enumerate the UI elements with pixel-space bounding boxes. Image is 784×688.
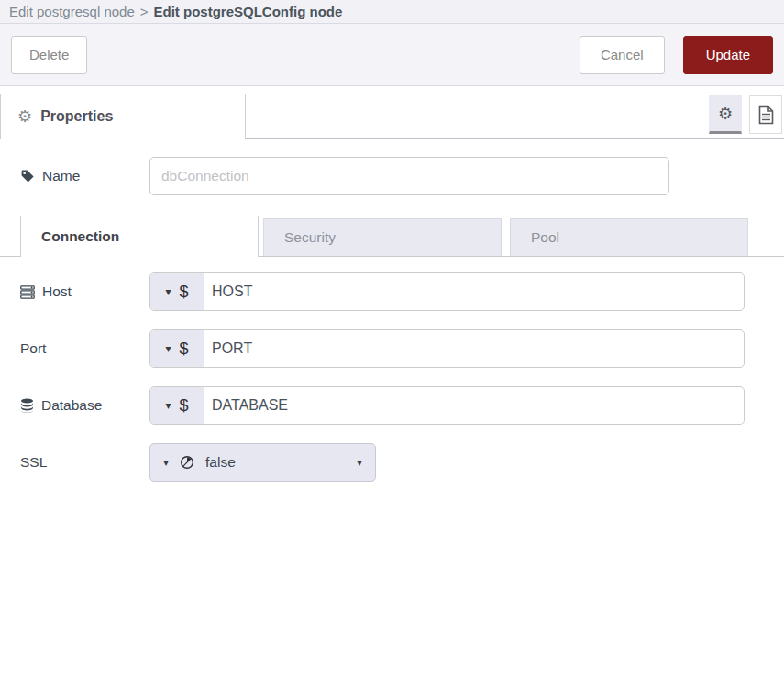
database-type-selector[interactable]: ▾ $ <box>150 387 204 424</box>
database-label: Database <box>20 397 149 414</box>
editor-icon-buttons: ⚙ <box>709 95 782 134</box>
database-row: Database ▾ $ DATABASE <box>20 386 764 425</box>
ssl-bool-select[interactable]: ▾ false ▾ <box>149 443 376 482</box>
host-row: Host ▾ $ HOST <box>20 272 764 311</box>
tab-security[interactable]: Security <box>263 218 502 256</box>
host-typed-input: ▾ $ HOST <box>149 272 745 311</box>
tab-pool[interactable]: Pool <box>510 218 748 256</box>
port-row: Port ▾ $ PORT <box>20 329 764 368</box>
port-label-text: Port <box>20 340 46 357</box>
update-button[interactable]: Update <box>683 36 773 74</box>
ssl-value: false <box>205 454 236 471</box>
properties-form: Name Connection Security Pool <box>0 139 784 482</box>
node-description-button[interactable] <box>749 95 782 134</box>
chevron-down-icon: ▾ <box>165 343 171 354</box>
ssl-label-text: SSL <box>20 454 47 471</box>
env-var-icon: $ <box>180 283 189 302</box>
properties-tab-label: Properties <box>40 108 113 125</box>
boolean-type-icon <box>180 455 194 470</box>
host-type-selector[interactable]: ▾ $ <box>150 273 204 310</box>
name-label: Name <box>20 168 149 184</box>
database-typed-input: ▾ $ DATABASE <box>149 386 745 425</box>
gear-icon: ⚙ <box>718 105 733 122</box>
node-settings-button[interactable]: ⚙ <box>709 95 742 134</box>
config-tabs: Connection Security Pool <box>0 216 784 257</box>
port-input[interactable]: PORT <box>204 330 744 367</box>
host-input[interactable]: HOST <box>204 273 744 310</box>
database-icon <box>20 398 34 413</box>
cancel-button[interactable]: Cancel <box>580 36 665 74</box>
node-edit-dialog: Edit postgresql node > Edit postgreSQLCo… <box>0 0 784 688</box>
breadcrumb-parent-link[interactable]: Edit postgresql node <box>9 4 135 19</box>
host-label: Host <box>20 283 149 300</box>
database-label-text: Database <box>41 397 102 414</box>
env-var-icon: $ <box>180 339 189 359</box>
chevron-down-icon: ▾ <box>163 457 169 468</box>
breadcrumb-current: Edit postgreSQLConfig node <box>154 4 343 19</box>
database-input[interactable]: DATABASE <box>204 387 744 424</box>
chevron-down-icon: ▾ <box>357 457 362 468</box>
name-label-text: Name <box>42 168 80 184</box>
gear-icon: ⚙ <box>17 108 32 125</box>
port-label: Port <box>20 340 149 357</box>
tab-properties[interactable]: ⚙ Properties <box>0 94 246 139</box>
tab-connection[interactable]: Connection <box>20 216 259 257</box>
breadcrumb: Edit postgresql node > Edit postgreSQLCo… <box>0 0 784 24</box>
env-var-icon: $ <box>180 396 189 416</box>
server-icon <box>20 285 35 299</box>
ssl-label: SSL <box>20 454 149 471</box>
host-label-text: Host <box>42 283 72 300</box>
document-icon <box>758 105 774 125</box>
port-typed-input: ▾ $ PORT <box>149 329 745 368</box>
port-type-selector[interactable]: ▾ $ <box>150 330 204 367</box>
dialog-toolbar: Delete Cancel Update <box>0 24 784 86</box>
tag-icon <box>20 169 35 183</box>
ssl-row: SSL ▾ false ▾ <box>20 443 764 482</box>
name-row: Name <box>20 157 764 195</box>
connection-fields: Host ▾ $ HOST Port ▾ $ <box>20 272 764 482</box>
name-input[interactable] <box>149 157 669 195</box>
breadcrumb-separator: > <box>140 4 149 19</box>
delete-button[interactable]: Delete <box>11 36 87 74</box>
editor-tabbar: ⚙ Properties ⚙ <box>0 86 784 139</box>
chevron-down-icon: ▾ <box>165 400 171 411</box>
chevron-down-icon: ▾ <box>165 286 171 297</box>
